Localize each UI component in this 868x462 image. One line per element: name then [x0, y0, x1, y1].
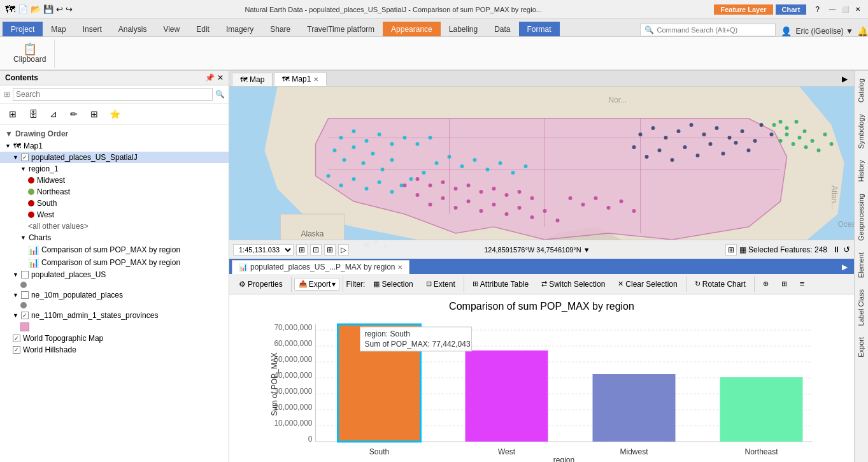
right-tab-catalog[interactable]: Catalog — [855, 73, 868, 108]
map-nav-icon2[interactable]: ⊡ — [310, 244, 322, 256]
tab-map1-view[interactable]: 🗺 Map1 ✕ — [274, 72, 327, 86]
properties-btn[interactable]: ⚙ Properties — [233, 278, 288, 291]
tree-item-populated-places-spatialj[interactable]: ▼ populated_places_US_SpatialJ — [0, 152, 229, 163]
bell-icon[interactable]: 🔔 — [857, 26, 868, 36]
tree-item-northeast[interactable]: Northeast — [0, 186, 229, 198]
right-tab-history[interactable]: History — [855, 155, 868, 187]
tree-item-map1[interactable]: ▼ 🗺 Map1 — [0, 140, 229, 152]
bar-midwest[interactable] — [593, 374, 676, 442]
map-nav-icon4[interactable]: ▷ — [338, 244, 349, 256]
tree-item-world-hillshade[interactable]: World Hillshade — [0, 344, 229, 356]
tab-traveltime[interactable]: TravelTime platform — [299, 22, 383, 36]
tree-item-south[interactable]: South — [0, 198, 229, 209]
tab-appearance[interactable]: Appearance — [383, 22, 441, 36]
tool-layers[interactable]: ⊞ — [4, 106, 22, 122]
tree-item-populated-places-us[interactable]: ▼ populated_places_US — [0, 269, 229, 280]
save-icon[interactable]: 💾 — [43, 4, 53, 14]
checkbox-world-hillshade[interactable] — [13, 346, 20, 354]
search-icon[interactable]: 🔍 — [215, 90, 225, 99]
extent-btn[interactable]: ⊡ Extent — [420, 278, 461, 291]
tool-edit[interactable]: ✏ — [65, 106, 83, 122]
tool-database[interactable]: 🗄 — [24, 106, 42, 122]
minimize-btn[interactable]: — — [827, 4, 837, 15]
tree-item-chart2[interactable]: 📊 Comparison of sum POP_MAX by region — [0, 256, 229, 269]
right-tab-geoprocessing[interactable]: Geoprocessing — [855, 189, 868, 246]
tab-insert[interactable]: Insert — [75, 22, 110, 36]
tree-item-west[interactable]: West — [0, 209, 229, 220]
close-sidebar-btn[interactable]: ✕ — [217, 73, 224, 82]
undo-icon[interactable]: ↩ — [56, 4, 63, 14]
checkbox-pp[interactable] — [21, 271, 29, 278]
tool-table[interactable]: ⊞ — [85, 106, 103, 122]
user-label[interactable]: Eric (iGeolise) ▼ — [795, 27, 853, 36]
chart-tab-close[interactable]: ✕ — [397, 264, 402, 271]
close-btn[interactable]: ✕ — [853, 4, 863, 15]
sidebar-search-input[interactable] — [13, 88, 213, 101]
checkbox-world-topo[interactable] — [13, 335, 20, 342]
tool-filter[interactable]: ⊿ — [45, 106, 62, 122]
tab-labeling[interactable]: Labeling — [441, 22, 486, 36]
tree-item-chart1[interactable]: 📊 Comparison of sum POP_MAX by region — [0, 243, 229, 256]
tree-item-world-topo[interactable]: World Topographic Map — [0, 333, 229, 344]
ribbon-btn-1[interactable]: 📋Clipboard — [10, 41, 49, 66]
redo-icon[interactable]: ↪ — [66, 4, 73, 14]
expand-ne110m[interactable]: ▼ — [13, 312, 18, 319]
tree-item-region1[interactable]: ▼ region_1 — [0, 163, 229, 175]
expand-map1[interactable]: ▼ — [5, 143, 11, 149]
command-search-box[interactable]: 🔍 — [640, 24, 776, 36]
right-tab-symbology[interactable]: Symbology — [855, 109, 868, 154]
zoom-fit-btn[interactable]: ⊞ — [776, 278, 793, 290]
open-icon[interactable]: 📂 — [31, 4, 41, 14]
tool-star[interactable]: ⭐ — [106, 106, 124, 122]
pause-btn[interactable]: ⏸ — [832, 245, 841, 254]
map1-tab-close[interactable]: ✕ — [313, 76, 318, 83]
right-tab-label-class[interactable]: Label Class — [855, 284, 868, 331]
tab-imagery[interactable]: Imagery — [218, 22, 262, 36]
export-btn[interactable]: 📤 Export ▾ — [294, 278, 341, 291]
map-nav-icon1[interactable]: ⊞ — [296, 244, 308, 256]
tab-format[interactable]: Format — [519, 22, 560, 36]
checkbox-ne110m[interactable] — [21, 312, 29, 319]
bar-northeast[interactable] — [720, 377, 803, 442]
tree-item-ne10m[interactable]: ▼ ne_10m_populated_places — [0, 289, 229, 301]
chart-panel-scroll[interactable]: ▶ — [838, 261, 851, 273]
checkbox-spatialj[interactable] — [21, 154, 29, 161]
tab-edit[interactable]: Edit — [188, 22, 218, 36]
map-nav-icon3[interactable]: ⊞ — [324, 244, 336, 256]
rotate-chart-btn[interactable]: ↻ Rotate Chart — [689, 278, 751, 291]
pin-icon[interactable]: 📌 — [205, 73, 215, 82]
expand-spatialj[interactable]: ▼ — [13, 154, 18, 161]
tree-item-all-other[interactable]: <all other values> — [0, 220, 229, 232]
zoom-btn[interactable]: ⊕ — [757, 278, 774, 290]
help-btn[interactable]: ? — [810, 5, 825, 14]
tab-analysis[interactable]: Analysis — [110, 22, 155, 36]
expand-arrow[interactable]: ▼ — [5, 129, 13, 138]
command-search-input[interactable] — [657, 26, 771, 34]
tab-share[interactable]: Share — [262, 22, 299, 36]
maximize-btn[interactable]: ⬜ — [840, 4, 850, 15]
bar-west[interactable] — [466, 350, 548, 442]
clear-selection-btn[interactable]: ✕ Clear Selection — [612, 278, 683, 291]
selection-btn[interactable]: ▦ Selection — [367, 278, 418, 291]
tree-item-midwest[interactable]: Midwest — [0, 175, 229, 186]
tab-map-view[interactable]: 🗺 Map — [232, 73, 273, 86]
right-tab-element[interactable]: Element — [855, 247, 868, 283]
map-scale-selector[interactable]: 1:45,131.033 — [233, 244, 294, 256]
tree-item-charts[interactable]: ▼ Charts — [0, 232, 229, 243]
checkbox-ne10m[interactable] — [21, 291, 29, 299]
attribute-table-btn[interactable]: ⊞ Attribute Table — [467, 278, 535, 291]
tab-view[interactable]: View — [155, 22, 188, 36]
expand-ne10m[interactable]: ▼ — [13, 292, 18, 298]
tree-item-ne110m[interactable]: ▼ ne_110m_admin_1_states_provinces — [0, 310, 229, 321]
chart-tab-main[interactable]: 📊 populated_places_US_...P_MAX by region… — [232, 260, 409, 274]
refresh-btn[interactable]: ↺ — [843, 245, 850, 254]
expand-charts[interactable]: ▼ — [20, 235, 26, 241]
switch-selection-btn[interactable]: ⇄ Switch Selection — [536, 278, 611, 291]
tab-scroll-right[interactable]: ▶ — [838, 73, 851, 85]
expand-region1[interactable]: ▼ — [20, 166, 26, 172]
tab-data[interactable]: Data — [486, 22, 518, 36]
right-tab-export[interactable]: Export — [855, 332, 868, 363]
map-copy-icon[interactable]: ⊞ — [725, 244, 737, 256]
new-icon[interactable]: 📄 — [18, 4, 28, 14]
expand-pp[interactable]: ▼ — [13, 271, 18, 278]
